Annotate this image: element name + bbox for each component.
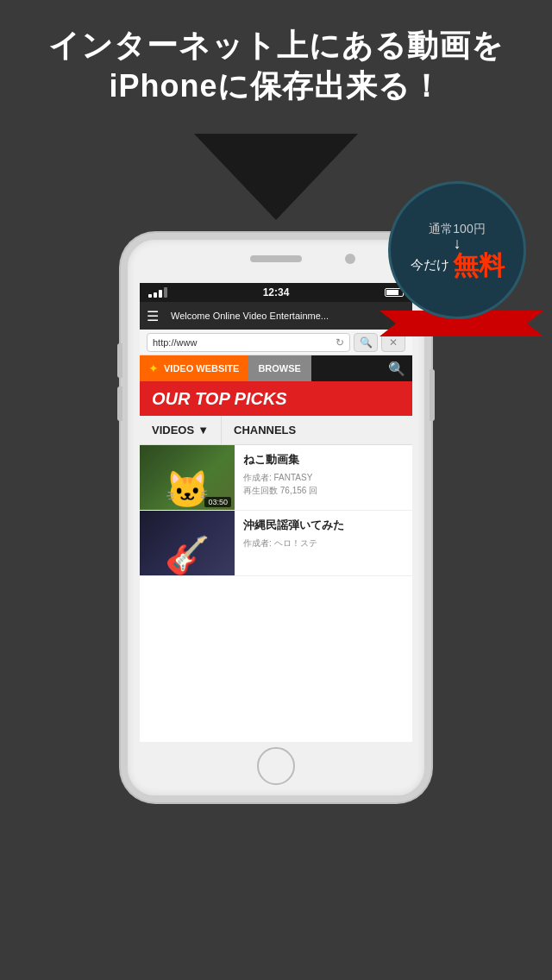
side-btn-volume-up[interactable] [117, 343, 122, 378]
guitar-emoji: 🎸 [165, 534, 210, 576]
channels-tab-label: CHANNELS [234, 424, 296, 437]
browse-tab[interactable]: BROWSE [248, 355, 311, 381]
iphone-container: 12:34 ☰ Welcome Online Video Entertainme… [121, 233, 431, 802]
iphone-camera [345, 254, 355, 264]
iphone-body: 12:34 ☰ Welcome Online Video Entertainme… [121, 233, 431, 802]
hero-line1: インターネット上にある動画を [17, 26, 535, 66]
cat-emoji: 🐱 [165, 468, 210, 511]
status-bar: 12:34 [140, 283, 412, 302]
video-website-label: VIDEO WEBSITE [164, 363, 239, 374]
video-thumb-2: 🎸 [140, 511, 235, 576]
signal-bar-1 [148, 294, 152, 298]
video-title-2: 沖縄民謡弾いてみた [243, 518, 404, 533]
video-website-tab[interactable]: ✦ VIDEO WEBSITE [140, 355, 248, 381]
down-arrow [194, 134, 358, 220]
dropdown-arrow-icon: ▼ [198, 424, 209, 437]
search-button[interactable]: 🔍 [354, 333, 378, 352]
nav-tabs-bar: ✦ VIDEO WEBSITE BROWSE 🔍 [140, 355, 412, 381]
promo-badge: 通常100円 ↓ 今だけ 無料 [388, 181, 526, 319]
videos-tab-label: VIDEOS [152, 424, 194, 437]
refresh-icon[interactable]: ↻ [336, 336, 344, 349]
video-info-2: 沖縄民謡弾いてみた 作成者: ヘロ！ステ [235, 511, 412, 575]
signal-bar-2 [154, 292, 157, 298]
video-author-2: 作成者: ヘロ！ステ [243, 537, 404, 550]
video-thumb-1: 🐱 03:50 [140, 445, 235, 511]
url-text: http://www [153, 337, 332, 348]
promo-normal-price: 通常100円 [429, 223, 485, 235]
browser-nav-bar: ☰ Welcome Online Video Entertainme... [140, 302, 412, 330]
signal-bar-4 [164, 287, 167, 298]
video-item-1[interactable]: 🐱 03:50 ねこ動画集 作成者: FANTASY 再生回数 76,156 回 [140, 445, 412, 511]
videos-sub-tab[interactable]: VIDEOS ▼ [140, 416, 222, 445]
top-picks-label: OUR TOP PICKS [152, 389, 287, 409]
channels-sub-tab[interactable]: CHANNELS [222, 416, 308, 445]
hero-text: インターネット上にある動画を iPhoneに保存出来る！ [0, 17, 552, 116]
signal-indicator [148, 287, 167, 298]
promo-now-text: 今だけ [411, 257, 449, 273]
top-picks-banner: OUR TOP PICKS [140, 381, 412, 416]
promo-now-label: 今だけ 無料 [411, 253, 505, 279]
star-icon: ✦ [148, 361, 159, 375]
video-title-1: ねこ動画集 [243, 452, 404, 468]
status-time: 12:34 [263, 286, 290, 298]
video-info-1: ねこ動画集 作成者: FANTASY 再生回数 76,156 回 [235, 445, 412, 510]
promo-free-text: 無料 [453, 253, 505, 279]
signal-bar-3 [159, 290, 162, 298]
hamburger-menu-icon[interactable]: ☰ [147, 308, 167, 324]
iphone-screen: 12:34 ☰ Welcome Online Video Entertainme… [140, 283, 412, 742]
browser-page-title: Welcome Online Video Entertainme... [171, 311, 405, 321]
url-bar: http://www ↻ 🔍 ✕ [140, 330, 412, 355]
url-input-area[interactable]: http://www ↻ [147, 333, 350, 352]
hero-line2: iPhoneに保存出来る！ [17, 66, 535, 107]
promo-arrow: ↓ [454, 235, 461, 253]
side-btn-power[interactable] [430, 369, 435, 421]
video-item-2[interactable]: 🎸 沖縄民謡弾いてみた 作成者: ヘロ！ステ [140, 511, 412, 576]
search-nav-icon[interactable]: 🔍 [388, 361, 405, 377]
side-btn-volume-down[interactable] [117, 386, 122, 421]
browse-label: BROWSE [258, 363, 301, 374]
video-views-1: 再生回数 76,156 回 [243, 484, 404, 497]
iphone-speaker [250, 255, 302, 262]
sub-tabs-bar: VIDEOS ▼ CHANNELS [140, 416, 412, 445]
video-duration-1: 03:50 [204, 497, 231, 507]
iphone-home-button[interactable] [257, 747, 295, 785]
video-author-1: 作成者: FANTASY [243, 471, 404, 484]
